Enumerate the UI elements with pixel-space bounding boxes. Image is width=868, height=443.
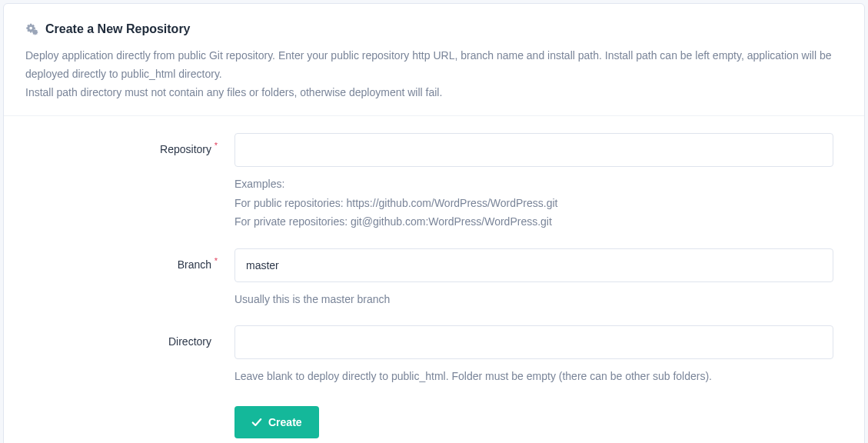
input-col: Leave blank to deploy directly to public…: [234, 325, 833, 386]
input-col: Usually this is the master branch: [234, 248, 833, 309]
repository-help: Examples: For public repositories: https…: [234, 175, 833, 231]
repository-row: Repository Examples: For public reposito…: [35, 133, 833, 231]
create-button-label: Create: [268, 416, 302, 428]
input-col: Create: [234, 406, 833, 438]
input-col: Examples: For public repositories: https…: [234, 133, 833, 231]
gears-icon: [25, 22, 39, 36]
directory-input[interactable]: [234, 325, 833, 359]
directory-row: Directory Leave blank to deploy directly…: [35, 325, 833, 386]
create-button[interactable]: Create: [234, 406, 319, 438]
branch-row: Branch Usually this is the master branch: [35, 248, 833, 309]
button-row: Create: [35, 406, 833, 438]
create-repository-card: Create a New Repository Deploy applicati…: [3, 3, 865, 443]
description-text: Deploy application directly from public …: [25, 47, 843, 102]
label-col: Directory: [35, 325, 234, 348]
page-title: Create a New Repository: [45, 22, 191, 36]
branch-input[interactable]: [234, 248, 833, 282]
directory-help: Leave blank to deploy directly to public…: [234, 367, 833, 386]
label-col: [35, 406, 234, 415]
directory-label: Directory: [168, 335, 211, 348]
repository-input[interactable]: [234, 133, 833, 167]
branch-help: Usually this is the master branch: [234, 290, 833, 309]
label-col: Repository: [35, 133, 234, 156]
title-row: Create a New Repository: [25, 22, 843, 36]
label-col: Branch: [35, 248, 234, 271]
card-header: Create a New Repository Deploy applicati…: [4, 4, 864, 115]
form-body: Repository Examples: For public reposito…: [4, 116, 864, 443]
check-icon: [251, 417, 262, 428]
branch-label: Branch: [178, 258, 211, 271]
repository-label: Repository: [160, 143, 211, 155]
